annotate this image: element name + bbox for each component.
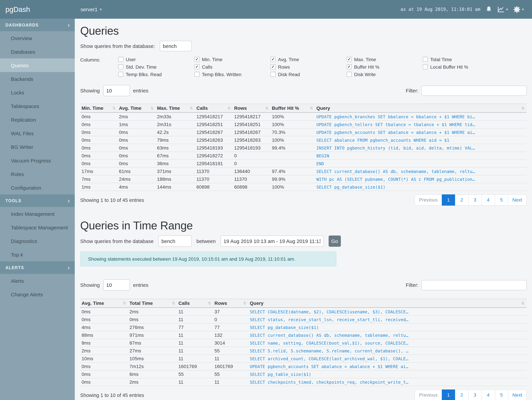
sort-icon[interactable]: ⇅ bbox=[113, 106, 115, 110]
sort-icon[interactable]: ⇅ bbox=[172, 301, 175, 305]
sidebar-section-alerts[interactable]: ALERTS› bbox=[0, 261, 75, 274]
charts-menu-button[interactable]: ▾ bbox=[498, 6, 508, 13]
sidebar-item-replication[interactable]: Replication bbox=[0, 113, 75, 127]
column-header-calls[interactable]: Calls⇅ bbox=[177, 299, 213, 308]
query-link[interactable]: INSERT INTO pgbench_history (tid, bid, a… bbox=[315, 144, 526, 152]
column-option-temp-blks-read[interactable]: Temp Blks. Read bbox=[118, 72, 194, 77]
page-next[interactable]: Next bbox=[508, 194, 526, 206]
database-input[interactable] bbox=[158, 235, 192, 247]
column-header-rows[interactable]: Rows⇅ bbox=[233, 104, 271, 113]
sidebar-item-vacuum-progress[interactable]: Vacuum Progress bbox=[0, 154, 75, 167]
query-link[interactable]: SELECT COALESCE(datname, $2), COALESCE(u… bbox=[248, 308, 526, 316]
column-option-disk-read[interactable]: Disk Read bbox=[271, 72, 347, 77]
sidebar-item-index-management[interactable]: Index Management bbox=[0, 207, 75, 221]
entries-count-input[interactable] bbox=[103, 279, 130, 291]
column-header-buffer-hit[interactable]: Buffer Hit %⇅ bbox=[271, 104, 315, 113]
filter-input[interactable] bbox=[421, 85, 526, 96]
column-header-rows[interactable]: Rows⇅ bbox=[213, 299, 248, 308]
sidebar-item-alerts[interactable]: Alerts bbox=[0, 274, 75, 287]
page-next[interactable]: Next bbox=[508, 389, 526, 400]
sidebar-item-topk[interactable]: Topk bbox=[0, 248, 75, 261]
query-link[interactable]: SELECT archived_count, COALESCE(last_arc… bbox=[248, 355, 526, 362]
query-link[interactable]: UPDATE pgbench_tellers SET tbalance = tb… bbox=[315, 121, 526, 128]
query-link[interactable]: SELECT pg_table_size($1) bbox=[248, 370, 526, 378]
sort-icon[interactable]: ⇅ bbox=[521, 301, 525, 305]
page-1[interactable]: 1 bbox=[442, 194, 455, 206]
column-option-temp-blks-written[interactable]: Temp Blks. Written bbox=[194, 72, 271, 77]
sidebar-item-queries[interactable]: Queries bbox=[0, 58, 75, 72]
column-option-user[interactable]: User bbox=[118, 57, 194, 62]
sort-icon[interactable]: ⇅ bbox=[151, 106, 154, 110]
sidebar-item-configuration[interactable]: Configuration bbox=[0, 181, 75, 194]
column-header-max-time[interactable]: Max. Time⇅ bbox=[156, 104, 195, 113]
page-1[interactable]: 1 bbox=[442, 389, 455, 400]
column-option-disk-write[interactable]: Disk Write bbox=[347, 72, 423, 77]
sidebar-item-change-alerts[interactable]: Change Alerts bbox=[0, 287, 75, 301]
sidebar-section-tools[interactable]: TOOLS› bbox=[0, 194, 75, 207]
server-selector[interactable]: server1 ▾ bbox=[81, 6, 101, 12]
column-header-total-time[interactable]: Total Time⇅ bbox=[128, 299, 177, 308]
settings-menu-button[interactable]: ▾ bbox=[514, 6, 524, 13]
column-option-avg-time[interactable]: ✓Avg. Time bbox=[271, 57, 347, 62]
column-header-avg-time[interactable]: Avg. Time⇅ bbox=[80, 299, 128, 308]
query-link[interactable]: SELECT checkpoints_timed, checkpoints_re… bbox=[248, 378, 526, 386]
sidebar-section-dashboards[interactable]: DASHBOARDS› bbox=[0, 19, 75, 31]
column-option-rows[interactable]: ✓Rows bbox=[271, 64, 347, 69]
column-option-total-time[interactable]: Total Time bbox=[423, 57, 499, 62]
query-link[interactable]: SELECT abalance FROM pgbench_accounts WH… bbox=[315, 136, 526, 144]
sidebar-item-databases[interactable]: Databases bbox=[0, 45, 75, 58]
sidebar-item-tablespaces[interactable]: Tablespaces bbox=[0, 99, 75, 113]
page-4[interactable]: 4 bbox=[481, 389, 495, 400]
query-link[interactable]: SELECT current_database() AS db, scheman… bbox=[248, 331, 526, 339]
sidebar-item-backends[interactable]: Backends bbox=[0, 72, 75, 86]
query-link[interactable]: SELECT S.relid, S.schemaname, S.relname,… bbox=[248, 347, 526, 355]
page-previous[interactable]: Previous bbox=[415, 389, 442, 400]
column-option-local-buffer-hit[interactable]: Local Buffer Hit % bbox=[423, 64, 499, 69]
go-button[interactable]: Go bbox=[329, 235, 341, 247]
brand-logo[interactable]: pgDash bbox=[0, 5, 75, 13]
column-option-calls[interactable]: ✓Calls bbox=[194, 64, 271, 69]
sort-icon[interactable]: ⇅ bbox=[521, 106, 525, 110]
sort-icon[interactable]: ⇅ bbox=[243, 301, 246, 305]
page-2[interactable]: 2 bbox=[455, 389, 469, 400]
sidebar-item-bg-writer[interactable]: BG Writer bbox=[0, 140, 75, 154]
page-5[interactable]: 5 bbox=[495, 389, 508, 400]
sort-icon[interactable]: ⇅ bbox=[208, 301, 211, 305]
sidebar-item-wal-files[interactable]: WAL Files bbox=[0, 127, 75, 140]
page-3[interactable]: 3 bbox=[468, 389, 482, 400]
sidebar-item-tablespace-management[interactable]: Tablespace Management bbox=[0, 221, 75, 234]
column-option-buffer-hit[interactable]: ✓Buffer Hit % bbox=[347, 64, 423, 69]
page-4[interactable]: 4 bbox=[481, 194, 495, 206]
sort-icon[interactable]: ⇅ bbox=[266, 106, 268, 110]
query-link[interactable]: SELECT name, setting, COALESCE(boot_val,… bbox=[248, 339, 526, 347]
sort-icon[interactable]: ⇅ bbox=[190, 106, 193, 110]
query-link[interactable]: BEGIN bbox=[315, 152, 526, 159]
entries-count-input[interactable] bbox=[103, 85, 130, 96]
sidebar-item-roles[interactable]: Roles bbox=[0, 167, 75, 181]
query-link[interactable]: SELECT status, receive_start_lsn, receiv… bbox=[248, 316, 526, 323]
page-previous[interactable]: Previous bbox=[415, 194, 442, 206]
page-2[interactable]: 2 bbox=[455, 194, 469, 206]
column-header-query[interactable]: Query⇅ bbox=[248, 299, 526, 308]
page-5[interactable]: 5 bbox=[495, 194, 508, 206]
sort-icon[interactable]: ⇅ bbox=[228, 106, 231, 110]
column-header-query[interactable]: Query⇅ bbox=[315, 104, 526, 113]
column-option-min-time[interactable]: ✓Min. Time bbox=[194, 57, 271, 62]
sort-icon[interactable]: ⇅ bbox=[123, 301, 126, 305]
sidebar-item-locks[interactable]: Locks bbox=[0, 86, 75, 99]
query-link[interactable]: SELECT pg_database_size($1) bbox=[248, 323, 526, 331]
database-input[interactable] bbox=[160, 41, 192, 51]
query-link[interactable]: SELECT current_database() AS db, scheman… bbox=[315, 167, 526, 175]
query-link[interactable]: UPDATE pgbench_branches SET bbalance = b… bbox=[315, 113, 526, 121]
sidebar-item-diagnostics[interactable]: Diagnostics bbox=[0, 234, 75, 248]
query-link[interactable]: WITH pc AS (SELECT pubname, COUNT(*) AS … bbox=[315, 175, 526, 183]
column-header-calls[interactable]: Calls⇅ bbox=[195, 104, 233, 113]
sort-icon[interactable]: ⇅ bbox=[310, 106, 313, 110]
column-option-max-time[interactable]: ✓Max. Time bbox=[347, 57, 423, 62]
filter-input[interactable] bbox=[421, 280, 526, 290]
notifications-button[interactable] bbox=[486, 6, 492, 13]
column-header-min-time[interactable]: Min. Time⇅ bbox=[80, 104, 118, 113]
page-3[interactable]: 3 bbox=[468, 194, 482, 206]
query-link[interactable]: SELECT pg_database_size($1) bbox=[315, 183, 526, 191]
sidebar-item-overview[interactable]: Overview bbox=[0, 31, 75, 45]
